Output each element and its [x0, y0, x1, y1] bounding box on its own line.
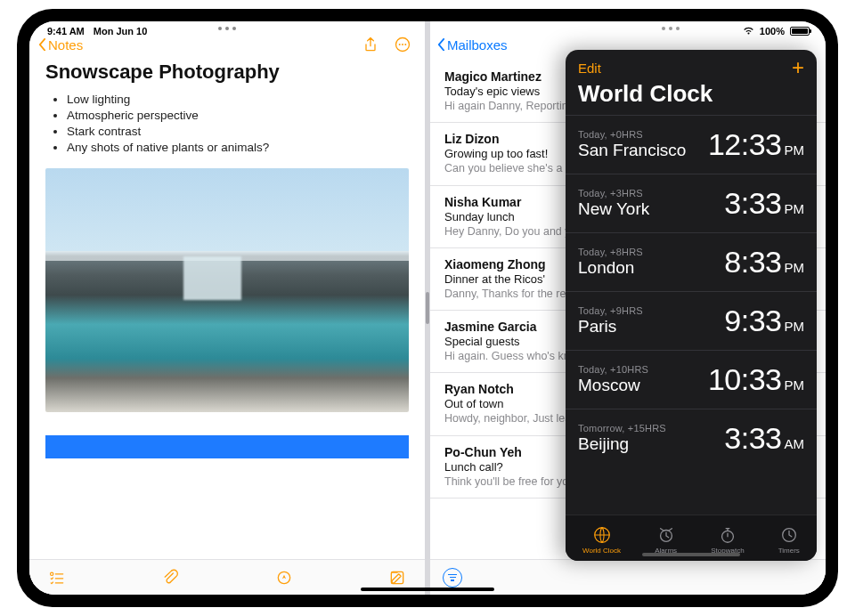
globe-icon [592, 525, 612, 545]
clock-offset: Tomorrow, +15HRS [578, 423, 666, 434]
battery-pct: 100% [760, 26, 785, 36]
clock-ampm: PM [785, 377, 805, 393]
clock-time: 9:33 [724, 304, 781, 338]
clock-row[interactable]: Today, +0HRS San Francisco 12:33PM [566, 115, 817, 174]
clock-row[interactable]: Today, +10HRS Moscow 10:33PM [566, 350, 817, 409]
clock-city: London [578, 258, 643, 278]
clock-row[interactable]: Today, +8HRS London 8:33PM [566, 232, 817, 291]
ipad-frame: 9:41 AM Mon Jun 10 100% Notes [17, 9, 838, 607]
slideover-handle[interactable] [642, 553, 740, 556]
clock-city: Paris [578, 317, 643, 336]
tab-timers[interactable]: Timers [778, 525, 800, 555]
clock-time: 3:33 [724, 421, 781, 456]
clock-row[interactable]: Tomorrow, +15HRS Beijing 3:33AM [566, 409, 817, 467]
clock-ampm: AM [785, 436, 805, 451]
clock-time: 12:33 [708, 127, 782, 162]
tab-world-clock[interactable]: World Clock [582, 525, 621, 555]
timer-icon [779, 525, 799, 545]
clock-row[interactable]: Today, +3HRS New York 3:33PM [566, 174, 817, 232]
clock-time: 3:33 [724, 186, 781, 221]
alarm-icon [656, 525, 676, 545]
notes-body[interactable]: Snowscape Photography Low lighting Atmos… [29, 55, 425, 458]
bullet-item: Low lighting [67, 93, 409, 106]
attach-button[interactable] [160, 568, 180, 588]
slideover-dots-icon[interactable] [662, 27, 680, 30]
clock-offset: Today, +10HRS [578, 364, 648, 375]
status-date: Mon Jun 10 [94, 26, 148, 36]
clock-title: World Clock [566, 77, 817, 115]
clock-offset: Today, +9HRS [578, 305, 643, 316]
bullet-item: Atmospheric perspective [67, 109, 409, 122]
svg-point-3 [404, 44, 406, 45]
clock-ampm: PM [785, 319, 805, 334]
home-indicator[interactable] [361, 588, 494, 591]
clock-ampm: PM [785, 201, 805, 216]
clock-time: 10:33 [708, 362, 782, 397]
clock-offset: Today, +8HRS [578, 247, 643, 257]
clock-offset: Today, +0HRS [578, 129, 686, 140]
clock-list[interactable]: Today, +0HRS San Francisco 12:33PM Today… [566, 115, 817, 467]
svg-point-1 [399, 44, 401, 45]
clock-city: New York [578, 199, 649, 219]
svg-rect-6 [391, 571, 403, 583]
note-image-partial[interactable] [45, 435, 409, 458]
status-bar: 9:41 AM Mon Jun 10 100% [29, 21, 826, 43]
clock-ampm: PM [785, 142, 805, 158]
tab-alarms[interactable]: Alarms [655, 525, 677, 555]
battery-icon [790, 27, 810, 36]
bullet-item: Stark contrast [67, 125, 409, 138]
clock-ampm: PM [785, 260, 805, 275]
note-bullets: Low lighting Atmospheric perspective Sta… [45, 93, 409, 154]
multitask-dots-icon[interactable] [218, 27, 236, 30]
clock-edit-button[interactable]: Edit [578, 61, 601, 76]
clock-slideover: Edit + World Clock Today, +0HRS San Fran… [566, 50, 817, 561]
clock-row[interactable]: Today, +9HRS Paris 9:33PM [566, 291, 817, 350]
clock-city: Moscow [578, 376, 648, 395]
svg-point-2 [402, 44, 403, 45]
screen: 9:41 AM Mon Jun 10 100% Notes [29, 21, 826, 595]
tab-label: Timers [778, 547, 800, 555]
stopwatch-icon [718, 525, 737, 545]
clock-time: 8:33 [724, 245, 781, 280]
svg-point-4 [51, 572, 53, 575]
markup-button[interactable] [274, 568, 294, 588]
checklist-button[interactable] [47, 568, 67, 588]
wifi-icon [743, 27, 754, 36]
tab-stopwatch[interactable]: Stopwatch [711, 525, 744, 555]
notes-pane: Notes Snowscape Photography Low lighting… [29, 21, 425, 595]
clock-add-button[interactable]: + [792, 59, 804, 77]
filter-button[interactable] [443, 568, 462, 588]
note-title: Snowscape Photography [45, 61, 409, 84]
clock-city: Beijing [578, 434, 666, 454]
bullet-item: Any shots of native plants or animals? [67, 141, 409, 154]
clock-city: San Francisco [578, 141, 686, 160]
divider-handle-icon [426, 292, 429, 324]
clock-offset: Today, +3HRS [578, 188, 649, 199]
note-image[interactable] [45, 168, 409, 412]
status-time: 9:41 AM [47, 26, 85, 36]
compose-button[interactable] [387, 568, 407, 588]
tab-label: World Clock [582, 547, 621, 555]
